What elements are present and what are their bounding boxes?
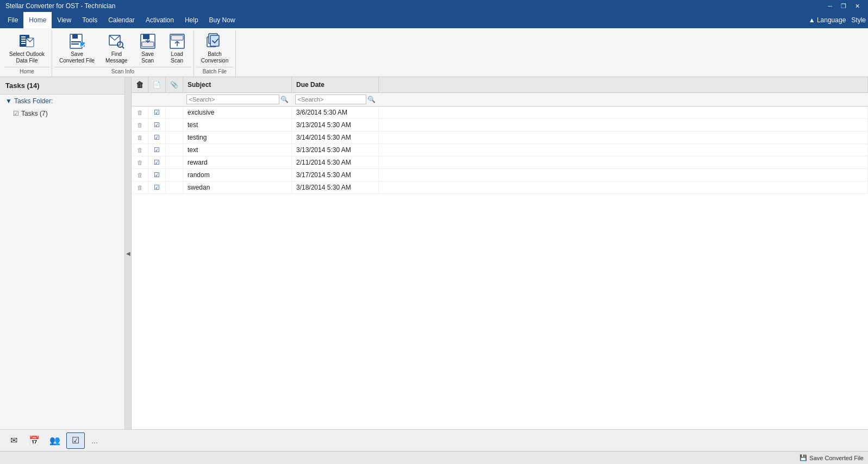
save-scan-button[interactable]: SaveScan (134, 31, 162, 66)
menu-item-file[interactable]: File (2, 12, 23, 28)
title-bar: Stellar Converter for OST - Technician ─… (0, 0, 868, 12)
more-icon: ... (91, 436, 98, 445)
row-attach-cell (166, 106, 183, 119)
row-subject[interactable]: text (183, 144, 292, 156)
minimize-button[interactable]: ─ (825, 3, 835, 10)
ribbon: Select OutlookData File Home SaveCon (0, 28, 868, 77)
save-status-label: Save Converted File (809, 455, 864, 461)
nav-more-button[interactable]: ... (87, 432, 102, 449)
sidebar-item-label: Tasks (7) (21, 110, 48, 117)
row-duedate: 2/11/2014 5:30 AM (292, 156, 379, 169)
select-outlook-label: Select OutlookData File (9, 51, 45, 64)
menu-item-activation[interactable]: Activation (140, 12, 179, 28)
row-checkbox-cell: ☑ (148, 119, 166, 131)
svg-rect-7 (72, 34, 78, 39)
find-message-button[interactable]: FindMessage (101, 31, 133, 66)
save-converted-label: SaveConverted File (59, 51, 95, 64)
svg-rect-9 (71, 43, 79, 45)
mail-icon: ✉ (10, 435, 17, 446)
row-subject[interactable]: reward (183, 156, 292, 169)
row-subject[interactable]: testing (183, 131, 292, 144)
row-attach-cell (166, 144, 183, 156)
task-icon: ☑ (13, 110, 19, 117)
ribbon-buttons-scan-info: SaveConverted File FindMessage (54, 30, 191, 66)
row-delete-cell: 🗑 (132, 119, 148, 131)
nav-calendar-button[interactable]: 📅 (25, 432, 43, 449)
menu-item-view[interactable]: View (52, 12, 77, 28)
tasks-icon: ☑ (72, 435, 79, 446)
row-checkbox-icon: ☑ (154, 134, 160, 141)
restore-button[interactable]: ❐ (838, 3, 849, 10)
subject-search-cell: 🔍 (183, 93, 292, 106)
col-header-flag1: 📄 (148, 77, 166, 93)
menu-item-tools[interactable]: Tools (77, 12, 103, 28)
row-delete-icon: 🗑 (137, 184, 143, 191)
row-attach-cell (166, 119, 183, 131)
row-delete-icon: 🗑 (137, 122, 143, 128)
close-button[interactable]: ✕ (852, 3, 863, 10)
svg-rect-1 (21, 36, 26, 37)
nav-tasks-button[interactable]: ☑ (66, 432, 85, 449)
subject-search-input[interactable] (186, 95, 279, 104)
row-checkbox-cell: ☑ (148, 169, 166, 181)
style-dropdown[interactable]: Style (851, 16, 866, 24)
status-bar: 💾 Save Converted File (0, 451, 868, 464)
main-layout: Tasks (14) ▼ Tasks Folder: ☑ Tasks (7) ◀ (0, 77, 868, 429)
search-delete-cell (132, 93, 148, 106)
batch-icon (206, 33, 223, 50)
table-header-row: 🗑 📄 📎 Subject Due Date (132, 77, 868, 93)
ribbon-group-batch-file: BatchConversion Batch File (194, 30, 236, 77)
row-subject[interactable]: exclusive (183, 106, 292, 119)
app-title: Stellar Converter for OST - Technician (5, 2, 115, 10)
svg-rect-2 (21, 39, 26, 40)
row-duedate: 3/18/2014 5:30 AM (292, 181, 379, 194)
row-subject[interactable]: swedan (183, 181, 292, 194)
save-status-icon: 💾 (800, 454, 807, 461)
row-subject[interactable]: random (183, 169, 292, 181)
ribbon-group-batch-file-label: Batch File (196, 67, 234, 77)
menu-item-buynow[interactable]: Buy Now (204, 12, 241, 28)
table-row[interactable]: 🗑 ☑ text 3/13/2014 5:30 AM (132, 144, 868, 156)
duedate-search-input[interactable] (295, 95, 366, 104)
menu-item-home[interactable]: Home (23, 12, 52, 28)
outlook-icon (18, 33, 36, 50)
row-duedate: 3/6/2014 5:30 AM (292, 106, 379, 119)
duedate-search-icon: 🔍 (367, 96, 376, 103)
find-message-icon (108, 33, 125, 50)
col-header-duedate: Due Date (292, 77, 379, 93)
svg-rect-15 (143, 34, 149, 39)
ribbon-buttons-home: Select OutlookData File (4, 30, 49, 66)
save-converted-file-status[interactable]: 💾 Save Converted File (800, 454, 864, 461)
batch-conversion-button[interactable]: BatchConversion (196, 31, 234, 66)
save-converted-file-button[interactable]: SaveConverted File (54, 31, 99, 66)
delete-icon: 🗑 (136, 80, 143, 89)
svg-rect-4 (21, 43, 26, 44)
row-delete-cell: 🗑 (132, 181, 148, 194)
collapse-strip[interactable]: ◀ (125, 77, 132, 429)
row-subject[interactable]: test (183, 119, 292, 131)
nav-mail-button[interactable]: ✉ (4, 432, 23, 449)
menu-item-help[interactable]: Help (179, 12, 204, 28)
table-row[interactable]: 🗑 ☑ test 3/13/2014 5:30 AM (132, 119, 868, 131)
select-outlook-button[interactable]: Select OutlookData File (4, 31, 49, 66)
sidebar-item-tasks7[interactable]: ☑ Tasks (7) (0, 108, 124, 120)
col-header-delete: 🗑 (132, 77, 148, 93)
row-extra (379, 119, 868, 131)
table-row[interactable]: 🗑 ☑ testing 3/14/2014 5:30 AM (132, 131, 868, 144)
duedate-search-wrapper: 🔍 (295, 95, 376, 104)
row-attach-cell (166, 169, 183, 181)
table-row[interactable]: 🗑 ☑ random 3/17/2014 5:30 AM (132, 169, 868, 181)
row-delete-cell: 🗑 (132, 169, 148, 181)
menu-item-calendar[interactable]: Calendar (103, 12, 140, 28)
table-row[interactable]: 🗑 ☑ swedan 3/18/2014 5:30 AM (132, 181, 868, 194)
sidebar-folder[interactable]: ▼ Tasks Folder: (0, 95, 124, 108)
row-checkbox-icon: ☑ (154, 121, 160, 129)
window-controls: ─ ❐ ✕ (825, 3, 863, 10)
row-delete-icon: 🗑 (137, 147, 143, 153)
load-scan-button[interactable]: LoadScan (163, 31, 191, 66)
batch-conversion-label: BatchConversion (201, 51, 229, 64)
table-row[interactable]: 🗑 ☑ exclusive 3/6/2014 5:30 AM (132, 106, 868, 119)
language-dropdown[interactable]: ▲ Language (809, 16, 846, 24)
table-row[interactable]: 🗑 ☑ reward 2/11/2014 5:30 AM (132, 156, 868, 169)
nav-contacts-button[interactable]: 👥 (46, 432, 64, 449)
